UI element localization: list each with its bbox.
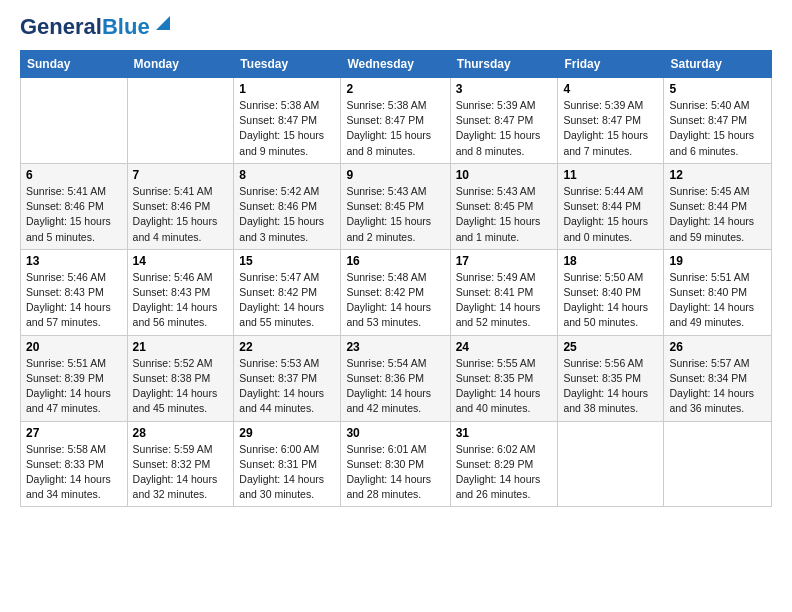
calendar-day: 24Sunrise: 5:55 AM Sunset: 8:35 PM Dayli… — [450, 335, 558, 421]
day-number: 2 — [346, 82, 444, 96]
day-info: Sunrise: 5:57 AM Sunset: 8:34 PM Dayligh… — [669, 356, 766, 417]
day-number: 23 — [346, 340, 444, 354]
calendar-day: 3Sunrise: 5:39 AM Sunset: 8:47 PM Daylig… — [450, 78, 558, 164]
day-number: 22 — [239, 340, 335, 354]
day-info: Sunrise: 5:59 AM Sunset: 8:32 PM Dayligh… — [133, 442, 229, 503]
calendar-day: 25Sunrise: 5:56 AM Sunset: 8:35 PM Dayli… — [558, 335, 664, 421]
day-info: Sunrise: 5:38 AM Sunset: 8:47 PM Dayligh… — [346, 98, 444, 159]
day-number: 5 — [669, 82, 766, 96]
day-info: Sunrise: 5:46 AM Sunset: 8:43 PM Dayligh… — [26, 270, 122, 331]
calendar-day: 22Sunrise: 5:53 AM Sunset: 8:37 PM Dayli… — [234, 335, 341, 421]
day-number: 4 — [563, 82, 658, 96]
day-info: Sunrise: 5:52 AM Sunset: 8:38 PM Dayligh… — [133, 356, 229, 417]
weekday-header-thursday: Thursday — [450, 51, 558, 78]
day-info: Sunrise: 5:53 AM Sunset: 8:37 PM Dayligh… — [239, 356, 335, 417]
day-info: Sunrise: 5:39 AM Sunset: 8:47 PM Dayligh… — [563, 98, 658, 159]
day-number: 21 — [133, 340, 229, 354]
day-info: Sunrise: 5:44 AM Sunset: 8:44 PM Dayligh… — [563, 184, 658, 245]
day-info: Sunrise: 5:51 AM Sunset: 8:39 PM Dayligh… — [26, 356, 122, 417]
calendar-day: 15Sunrise: 5:47 AM Sunset: 8:42 PM Dayli… — [234, 249, 341, 335]
weekday-header-row: SundayMondayTuesdayWednesdayThursdayFrid… — [21, 51, 772, 78]
weekday-header-wednesday: Wednesday — [341, 51, 450, 78]
day-number: 6 — [26, 168, 122, 182]
calendar-day: 5Sunrise: 5:40 AM Sunset: 8:47 PM Daylig… — [664, 78, 772, 164]
day-info: Sunrise: 5:46 AM Sunset: 8:43 PM Dayligh… — [133, 270, 229, 331]
day-info: Sunrise: 5:43 AM Sunset: 8:45 PM Dayligh… — [456, 184, 553, 245]
logo: GeneralBlue — [20, 16, 174, 38]
day-number: 16 — [346, 254, 444, 268]
calendar-day: 14Sunrise: 5:46 AM Sunset: 8:43 PM Dayli… — [127, 249, 234, 335]
calendar-week-4: 20Sunrise: 5:51 AM Sunset: 8:39 PM Dayli… — [21, 335, 772, 421]
calendar-day: 21Sunrise: 5:52 AM Sunset: 8:38 PM Dayli… — [127, 335, 234, 421]
day-number: 10 — [456, 168, 553, 182]
day-info: Sunrise: 5:58 AM Sunset: 8:33 PM Dayligh… — [26, 442, 122, 503]
day-info: Sunrise: 5:45 AM Sunset: 8:44 PM Dayligh… — [669, 184, 766, 245]
day-info: Sunrise: 5:51 AM Sunset: 8:40 PM Dayligh… — [669, 270, 766, 331]
svg-marker-0 — [156, 16, 170, 30]
day-number: 17 — [456, 254, 553, 268]
day-info: Sunrise: 6:00 AM Sunset: 8:31 PM Dayligh… — [239, 442, 335, 503]
day-info: Sunrise: 5:38 AM Sunset: 8:47 PM Dayligh… — [239, 98, 335, 159]
day-info: Sunrise: 5:42 AM Sunset: 8:46 PM Dayligh… — [239, 184, 335, 245]
calendar-day: 31Sunrise: 6:02 AM Sunset: 8:29 PM Dayli… — [450, 421, 558, 507]
day-info: Sunrise: 5:39 AM Sunset: 8:47 PM Dayligh… — [456, 98, 553, 159]
calendar-day: 29Sunrise: 6:00 AM Sunset: 8:31 PM Dayli… — [234, 421, 341, 507]
calendar-day: 17Sunrise: 5:49 AM Sunset: 8:41 PM Dayli… — [450, 249, 558, 335]
day-number: 30 — [346, 426, 444, 440]
calendar-day: 27Sunrise: 5:58 AM Sunset: 8:33 PM Dayli… — [21, 421, 128, 507]
day-number: 26 — [669, 340, 766, 354]
day-number: 12 — [669, 168, 766, 182]
calendar-day: 12Sunrise: 5:45 AM Sunset: 8:44 PM Dayli… — [664, 163, 772, 249]
day-number: 7 — [133, 168, 229, 182]
calendar-day: 8Sunrise: 5:42 AM Sunset: 8:46 PM Daylig… — [234, 163, 341, 249]
day-number: 18 — [563, 254, 658, 268]
day-info: Sunrise: 6:02 AM Sunset: 8:29 PM Dayligh… — [456, 442, 553, 503]
page-header: GeneralBlue — [20, 16, 772, 38]
calendar-day: 26Sunrise: 5:57 AM Sunset: 8:34 PM Dayli… — [664, 335, 772, 421]
day-number: 8 — [239, 168, 335, 182]
logo-text: GeneralBlue — [20, 16, 150, 38]
day-number: 9 — [346, 168, 444, 182]
calendar-week-1: 1Sunrise: 5:38 AM Sunset: 8:47 PM Daylig… — [21, 78, 772, 164]
calendar-week-2: 6Sunrise: 5:41 AM Sunset: 8:46 PM Daylig… — [21, 163, 772, 249]
calendar-day: 19Sunrise: 5:51 AM Sunset: 8:40 PM Dayli… — [664, 249, 772, 335]
day-info: Sunrise: 5:47 AM Sunset: 8:42 PM Dayligh… — [239, 270, 335, 331]
day-info: Sunrise: 5:48 AM Sunset: 8:42 PM Dayligh… — [346, 270, 444, 331]
day-number: 28 — [133, 426, 229, 440]
day-number: 20 — [26, 340, 122, 354]
day-info: Sunrise: 5:40 AM Sunset: 8:47 PM Dayligh… — [669, 98, 766, 159]
calendar-day: 4Sunrise: 5:39 AM Sunset: 8:47 PM Daylig… — [558, 78, 664, 164]
day-number: 3 — [456, 82, 553, 96]
day-number: 19 — [669, 254, 766, 268]
calendar-day — [21, 78, 128, 164]
calendar-day: 6Sunrise: 5:41 AM Sunset: 8:46 PM Daylig… — [21, 163, 128, 249]
day-info: Sunrise: 5:41 AM Sunset: 8:46 PM Dayligh… — [26, 184, 122, 245]
weekday-header-friday: Friday — [558, 51, 664, 78]
calendar-week-5: 27Sunrise: 5:58 AM Sunset: 8:33 PM Dayli… — [21, 421, 772, 507]
day-number: 29 — [239, 426, 335, 440]
day-info: Sunrise: 5:55 AM Sunset: 8:35 PM Dayligh… — [456, 356, 553, 417]
calendar-day: 18Sunrise: 5:50 AM Sunset: 8:40 PM Dayli… — [558, 249, 664, 335]
calendar-day: 28Sunrise: 5:59 AM Sunset: 8:32 PM Dayli… — [127, 421, 234, 507]
day-number: 31 — [456, 426, 553, 440]
day-info: Sunrise: 5:54 AM Sunset: 8:36 PM Dayligh… — [346, 356, 444, 417]
calendar-week-3: 13Sunrise: 5:46 AM Sunset: 8:43 PM Dayli… — [21, 249, 772, 335]
weekday-header-tuesday: Tuesday — [234, 51, 341, 78]
calendar-day: 2Sunrise: 5:38 AM Sunset: 8:47 PM Daylig… — [341, 78, 450, 164]
day-info: Sunrise: 5:41 AM Sunset: 8:46 PM Dayligh… — [133, 184, 229, 245]
calendar-day: 16Sunrise: 5:48 AM Sunset: 8:42 PM Dayli… — [341, 249, 450, 335]
weekday-header-monday: Monday — [127, 51, 234, 78]
calendar-day: 13Sunrise: 5:46 AM Sunset: 8:43 PM Dayli… — [21, 249, 128, 335]
day-info: Sunrise: 5:49 AM Sunset: 8:41 PM Dayligh… — [456, 270, 553, 331]
calendar-day: 30Sunrise: 6:01 AM Sunset: 8:30 PM Dayli… — [341, 421, 450, 507]
day-number: 1 — [239, 82, 335, 96]
weekday-header-saturday: Saturday — [664, 51, 772, 78]
day-number: 24 — [456, 340, 553, 354]
calendar-day — [558, 421, 664, 507]
day-number: 11 — [563, 168, 658, 182]
calendar-day: 11Sunrise: 5:44 AM Sunset: 8:44 PM Dayli… — [558, 163, 664, 249]
day-number: 25 — [563, 340, 658, 354]
day-number: 13 — [26, 254, 122, 268]
calendar-table: SundayMondayTuesdayWednesdayThursdayFrid… — [20, 50, 772, 507]
day-info: Sunrise: 5:43 AM Sunset: 8:45 PM Dayligh… — [346, 184, 444, 245]
